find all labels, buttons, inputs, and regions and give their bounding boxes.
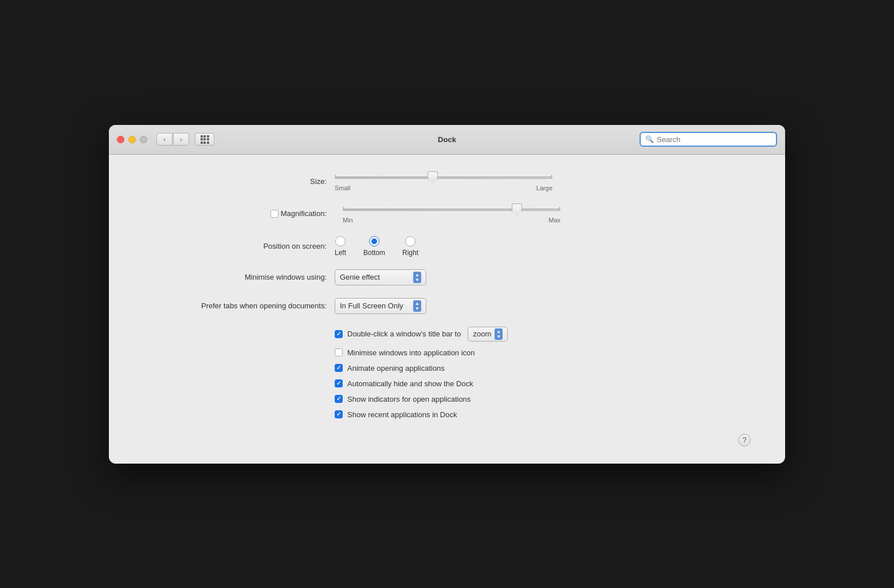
size-label: Size:: [143, 177, 327, 186]
magnification-slider-track: [343, 204, 560, 215]
prefer-tabs-value: In Full Screen Only: [340, 301, 409, 310]
grid-dot: [207, 135, 209, 138]
minimise-windows-label: Minimise windows using:: [143, 273, 327, 281]
radio-bottom[interactable]: Bottom: [363, 236, 385, 257]
position-label: Position on screen:: [143, 242, 327, 250]
search-box[interactable]: 🔍: [640, 132, 777, 147]
help-button[interactable]: ?: [738, 434, 751, 446]
search-input[interactable]: [657, 135, 771, 144]
grid-dot: [207, 138, 209, 140]
size-slider-labels: Small Large: [335, 185, 552, 191]
radio-left-circle[interactable]: [335, 236, 346, 246]
show-recent-checkbox[interactable]: [335, 410, 343, 418]
double-click-label: Double-click a window’s title bar to: [347, 330, 461, 338]
animate-row: Animate opening applications: [335, 364, 508, 373]
minimise-icon-row: Minimise windows into application icon: [335, 348, 508, 357]
content-area: Size: Small Large Magnification: [109, 155, 785, 464]
auto-hide-label: Automatically hide and show the Dock: [347, 379, 473, 388]
traffic-lights: [117, 136, 147, 143]
magnification-label: Magnification:: [281, 209, 327, 218]
minimise-windows-select[interactable]: Genie effect ▲ ▼: [335, 269, 426, 285]
tick-left: [343, 207, 344, 209]
tick-left: [335, 175, 336, 177]
prefer-tabs-select[interactable]: In Full Screen Only ▲ ▼: [335, 298, 426, 314]
magnification-checkbox[interactable]: [270, 210, 279, 218]
radio-right-label: Right: [402, 249, 418, 257]
search-icon: 🔍: [645, 135, 654, 143]
mag-label-row: Magnification:: [143, 209, 327, 218]
size-slider-container: Small Large: [335, 172, 552, 191]
double-click-arrows: ▲ ▼: [495, 328, 503, 340]
minimise-windows-row: Minimise windows using: Genie effect ▲ ▼: [143, 269, 751, 285]
radio-bottom-label: Bottom: [363, 249, 385, 257]
radio-bottom-inner: [371, 238, 377, 244]
size-min-label: Small: [335, 185, 351, 191]
magnification-slider-thumb[interactable]: [512, 203, 522, 216]
show-indicators-row: Show indicators for open applications: [335, 395, 508, 403]
double-click-row: Double-click a window’s title bar to zoo…: [335, 327, 508, 342]
size-slider-track: [335, 172, 552, 183]
prefer-tabs-row: Prefer tabs when opening documents: In F…: [143, 298, 751, 314]
auto-hide-checkbox[interactable]: [335, 379, 343, 387]
bottom-row: ?: [143, 432, 751, 446]
size-slider-rail: [335, 177, 552, 179]
position-row: Position on screen: Left Bottom Right: [143, 236, 751, 257]
magnification-slider-rail: [343, 209, 560, 211]
tick-right: [551, 175, 552, 177]
fullscreen-button[interactable]: [140, 136, 147, 143]
show-indicators-label: Show indicators for open applications: [347, 395, 470, 403]
prefer-tabs-arrows: ▲ ▼: [413, 300, 421, 312]
animate-checkbox[interactable]: [335, 364, 343, 372]
show-recent-label: Show recent applications in Dock: [347, 410, 457, 419]
mag-min-label: Min: [343, 217, 353, 224]
grid-dot: [201, 142, 203, 144]
magnification-slider-container: Min Max: [343, 204, 560, 224]
double-click-select[interactable]: zoom ▲ ▼: [468, 327, 508, 342]
arrow-down-icon: ▼: [415, 277, 419, 283]
checkbox-section: Double-click a window’s title bar to zoo…: [335, 327, 508, 419]
minimize-button[interactable]: [128, 136, 136, 143]
nav-buttons: ‹ ›: [156, 133, 189, 146]
minimise-icon-label: Minimise windows into application icon: [347, 348, 475, 357]
grid-dot: [203, 138, 206, 140]
auto-hide-row: Automatically hide and show the Dock: [335, 379, 508, 388]
minimise-windows-value: Genie effect: [340, 273, 409, 281]
minimise-icon-checkbox[interactable]: [335, 348, 343, 356]
show-recent-row: Show recent applications in Dock: [335, 410, 508, 419]
grid-dot: [203, 142, 206, 144]
double-click-select-value: zoom: [473, 330, 491, 338]
back-button[interactable]: ‹: [156, 133, 172, 146]
mag-slider-wrap: Min Max: [343, 204, 560, 224]
magnification-slider-labels: Min Max: [343, 217, 560, 224]
radio-left[interactable]: Left: [335, 236, 346, 257]
grid-view-button[interactable]: [195, 133, 214, 146]
size-slider-thumb[interactable]: [428, 171, 438, 184]
double-click-checkbox[interactable]: [335, 330, 343, 338]
grid-dot: [201, 138, 203, 140]
size-max-label: Large: [536, 185, 552, 191]
minimise-windows-arrows: ▲ ▼: [413, 272, 421, 283]
arrow-up-icon: ▲: [496, 329, 501, 334]
grid-icon: [201, 135, 209, 144]
arrow-down-icon: ▼: [496, 334, 501, 339]
arrow-up-icon: ▲: [415, 272, 419, 277]
window-title: Dock: [438, 135, 456, 144]
tick-right: [559, 207, 560, 209]
radio-bottom-circle[interactable]: [369, 236, 379, 246]
radio-right[interactable]: Right: [402, 236, 418, 257]
animate-label: Animate opening applications: [347, 364, 445, 373]
forward-button[interactable]: ›: [173, 133, 189, 146]
radio-left-label: Left: [335, 249, 346, 257]
magnification-row: Magnification: Min Max: [143, 204, 751, 224]
radio-right-circle[interactable]: [405, 236, 415, 246]
arrow-down-icon: ▼: [415, 306, 419, 311]
grid-dot: [207, 142, 209, 144]
checkboxes-row: Double-click a window’s title bar to zoo…: [143, 327, 751, 419]
titlebar: ‹ › Dock 🔍: [109, 125, 785, 155]
arrow-up-icon: ▲: [415, 301, 419, 306]
preferences-window: ‹ › Dock 🔍 Size:: [109, 125, 785, 464]
close-button[interactable]: [117, 136, 124, 143]
checkboxes-label: [143, 327, 327, 328]
show-indicators-checkbox[interactable]: [335, 395, 343, 403]
grid-dot: [201, 135, 203, 138]
